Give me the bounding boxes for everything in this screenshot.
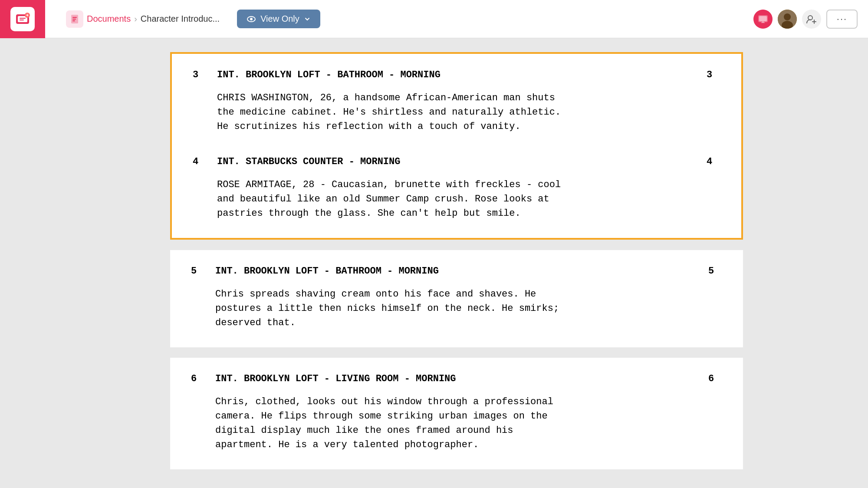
scene-6-number: 6 — [191, 372, 205, 386]
scene-3: 3 INT. BROOKLYN LOFT - BATHROOM - MORNIN… — [172, 54, 741, 151]
breadcrumb: Documents › Character Introduc... — [66, 10, 220, 28]
scene-4-title: INT. STARBUCKS COUNTER - MORNING — [207, 155, 707, 169]
app-logo — [10, 7, 35, 31]
scene-5-body: Chris spreads shaving cream onto his fac… — [191, 287, 722, 330]
scene-6-number-right: 6 — [708, 372, 722, 386]
scene-3-number: 3 — [193, 68, 207, 82]
scene-3-body: CHRIS WASHINGTON, 26, a handsome African… — [193, 91, 720, 134]
doc-icon — [66, 10, 83, 28]
scene-3-header: 3 INT. BROOKLYN LOFT - BATHROOM - MORNIN… — [193, 68, 720, 82]
scene-4-body: ROSE ARMITAGE, 28 - Caucasian, brunette … — [193, 178, 720, 221]
scene-6-header: 6 INT. BROOKLYN LOFT - LIVING ROOM - MOR… — [191, 372, 722, 386]
chevron-down-icon — [304, 16, 311, 23]
svg-rect-2 — [20, 18, 26, 19]
main-content: 3 INT. BROOKLYN LOFT - BATHROOM - MORNIN… — [45, 38, 868, 488]
scene-5-number-right: 5 — [708, 264, 722, 278]
scene-4-number: 4 — [193, 155, 207, 169]
add-user-icon[interactable] — [802, 10, 821, 29]
user-avatar-chat — [753, 10, 773, 29]
svg-point-10 — [250, 18, 253, 20]
right-controls: ··· — [753, 10, 858, 29]
user-avatar-photo — [778, 10, 797, 29]
view-only-label: View Only — [260, 14, 299, 24]
scene-5-title: INT. BROOKLYN LOFT - BATHROOM - MORNING — [205, 264, 708, 278]
eye-icon — [247, 14, 256, 24]
scene-3-number-right: 3 — [707, 68, 720, 82]
more-dots: ··· — [837, 13, 847, 25]
script-container: 3 INT. BROOKLYN LOFT - BATHROOM - MORNIN… — [170, 52, 743, 474]
scene-4: 4 INT. STARBUCKS COUNTER - MORNING 4 ROS… — [172, 151, 741, 238]
svg-rect-6 — [72, 17, 77, 18]
scene-6-title: INT. BROOKLYN LOFT - LIVING ROOM - MORNI… — [205, 372, 708, 386]
scene-5: 5 INT. BROOKLYN LOFT - BATHROOM - MORNIN… — [170, 250, 743, 347]
svg-rect-12 — [759, 16, 767, 21]
scene-3-title: INT. BROOKLYN LOFT - BATHROOM - MORNING — [207, 68, 707, 82]
scene-6: 6 INT. BROOKLYN LOFT - LIVING ROOM - MOR… — [170, 358, 743, 469]
scene-4-header: 4 INT. STARBUCKS COUNTER - MORNING 4 — [193, 155, 720, 169]
svg-point-14 — [784, 13, 791, 20]
scene-5-header: 5 INT. BROOKLYN LOFT - BATHROOM - MORNIN… — [191, 264, 722, 278]
logo-box — [0, 0, 45, 38]
svg-rect-7 — [72, 19, 76, 20]
more-options-button[interactable]: ··· — [826, 10, 858, 29]
scene-5-number: 5 — [191, 264, 205, 278]
svg-rect-3 — [20, 20, 24, 20]
breadcrumb-separator: › — [134, 14, 137, 24]
documents-link[interactable]: Documents — [87, 14, 131, 24]
scene-4-number-right: 4 — [707, 155, 720, 169]
svg-rect-8 — [72, 20, 75, 21]
document-title: Character Introduc... — [141, 14, 220, 24]
highlighted-section: 3 INT. BROOKLYN LOFT - BATHROOM - MORNIN… — [170, 52, 743, 240]
view-only-button[interactable]: View Only — [237, 10, 320, 28]
topbar: Documents › Character Introduc... View O… — [0, 0, 868, 38]
scene-6-body: Chris, clothed, looks out his window thr… — [191, 395, 722, 452]
